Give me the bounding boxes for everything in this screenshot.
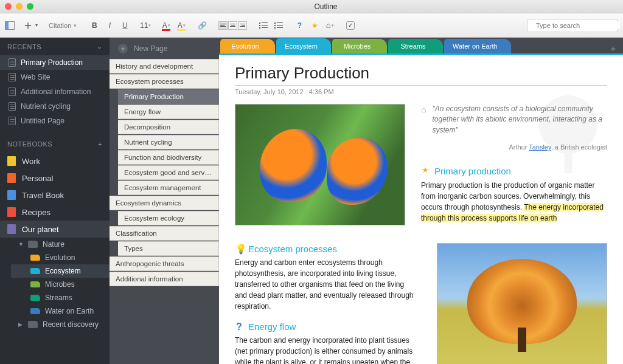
section-tab[interactable]: Microbes — [332, 39, 387, 53]
notebooks-header[interactable]: NOTEBOOKS + — [0, 136, 110, 153]
star-tag-icon: ★ — [421, 165, 430, 176]
section-title[interactable]: Energy flow — [248, 321, 296, 332]
bold-button[interactable]: B — [90, 21, 99, 30]
recent-page-item[interactable]: Primary Production — [0, 55, 110, 70]
section-tab[interactable]: Streams — [388, 39, 443, 53]
minimize-window-button[interactable] — [16, 3, 23, 10]
page-tree-item[interactable]: Classification▾ — [110, 226, 219, 241]
quote-text[interactable]: "An ecosystem consists of a biological c… — [432, 104, 607, 136]
section-tab-item[interactable]: Microbes — [11, 278, 110, 291]
section-item[interactable]: ▶Recent discovery — [11, 318, 110, 331]
page-tree-item[interactable]: Ecosystem good and services — [118, 165, 219, 180]
section-tab-item[interactable]: Evolution — [11, 251, 110, 264]
image-tree[interactable] — [437, 243, 607, 364]
page-tree-item[interactable]: History and development — [110, 59, 219, 74]
bulb-tag-icon: 💡 — [235, 243, 243, 255]
section-icon — [28, 321, 38, 328]
recent-page-item[interactable]: Additional information — [0, 84, 110, 99]
left-sidebar: RECENTS ⌄ Primary ProductionWeb SiteAddi… — [0, 38, 110, 364]
page-icon — [9, 88, 16, 96]
search-box[interactable] — [527, 19, 618, 32]
section-title[interactable]: Ecosystem processes — [248, 244, 337, 254]
align-right-button[interactable] — [238, 21, 247, 30]
style-dropdown[interactable]: Citation ▾ — [45, 22, 80, 29]
link-button[interactable]: 🔗 — [198, 21, 206, 30]
add-tab-button[interactable]: + — [603, 43, 623, 53]
notebook-swatch — [7, 156, 16, 166]
notebook-item[interactable]: Travel Book — [0, 187, 110, 204]
toolbar: ＋▾ Citation ▾ B I U 11▾ A▾ A▾ 🔗 ? ★ ⌂▾ — [0, 13, 623, 38]
image-birds[interactable] — [235, 104, 405, 225]
section-body[interactable]: The carbon and energy incorporated into … — [235, 335, 415, 364]
section-item[interactable]: ▼Nature — [11, 238, 110, 251]
section-tab-item[interactable]: Water on Earth — [11, 304, 110, 318]
align-center-button[interactable] — [228, 21, 237, 30]
numbered-list-button[interactable] — [274, 22, 283, 29]
author-link[interactable]: Tansley — [529, 143, 551, 151]
section-tab[interactable]: Ecosystem — [276, 39, 331, 53]
font-color-button[interactable]: A▾ — [162, 21, 170, 30]
font-size-dropdown[interactable]: 11▾ — [141, 21, 150, 30]
add-button[interactable]: ＋▾ — [22, 17, 38, 33]
section-tab-item[interactable]: Streams — [11, 291, 110, 304]
notebook-item[interactable]: Recipes — [0, 204, 110, 221]
page-tree: + New Page History and developmentEcosys… — [110, 38, 219, 364]
view-mode-button[interactable] — [5, 21, 15, 30]
notebook-item[interactable]: Our planet — [0, 221, 110, 238]
section-tab[interactable]: Water on Earth — [444, 39, 511, 53]
italic-button[interactable]: I — [105, 21, 114, 30]
page-title[interactable]: Primary Production — [235, 64, 607, 86]
highlight-color-button[interactable]: A▾ — [177, 21, 186, 30]
page-tree-item[interactable]: Ecosystem dynamics▾ — [110, 196, 219, 210]
add-notebook-icon[interactable]: + — [98, 140, 102, 148]
bullet-list-button[interactable] — [259, 22, 268, 29]
section-tab-item[interactable]: Ecosystem — [11, 264, 110, 278]
page-date: Tuesday, July 10, 2012 4:36 PM — [235, 88, 607, 95]
section-body[interactable]: Energy and carbon enter ecosystems throu… — [235, 257, 415, 312]
section-title[interactable]: Primary production — [434, 165, 511, 177]
titlebar: Outline — [0, 0, 623, 13]
search-input[interactable] — [536, 22, 620, 29]
page-tree-item[interactable]: Types — [118, 241, 219, 256]
todo-checkbox-button[interactable] — [346, 21, 355, 30]
star-tag-button[interactable]: ★ — [310, 21, 319, 30]
chevron-down-icon: ⌄ — [97, 43, 103, 50]
page-tree-item[interactable]: Additional information — [110, 272, 219, 286]
tab-swatch — [30, 281, 40, 287]
disclosure-triangle-icon: ▶ — [18, 321, 23, 328]
page-tree-item[interactable]: Ecosystem processes▾ — [110, 74, 219, 89]
new-page-button[interactable]: + New Page — [110, 39, 219, 58]
page-icon — [9, 102, 16, 111]
tab-swatch — [30, 308, 40, 314]
notebook-item[interactable]: Work — [0, 153, 110, 170]
window-title: Outline — [33, 2, 618, 11]
help-tag-button[interactable]: ? — [295, 21, 304, 30]
tab-swatch — [30, 255, 40, 261]
section-tab[interactable]: Evolution — [220, 39, 275, 53]
main-content: EvolutionEcosystemMicrobesStreamsWater o… — [219, 38, 623, 364]
page-tree-item[interactable]: Ecosystem ecology — [118, 211, 219, 225]
page-tree-item[interactable]: Decomposition — [118, 120, 219, 134]
recent-page-item[interactable]: Web Site — [0, 70, 110, 84]
align-left-button[interactable] — [218, 21, 228, 30]
section-tabs: EvolutionEcosystemMicrobesStreamsWater o… — [219, 38, 623, 53]
page-tree-item[interactable]: Function and biodiversity — [118, 150, 219, 165]
page-tree-item[interactable]: Energy flow — [118, 105, 219, 119]
page-tree-item[interactable]: Nutrient cycling — [118, 135, 219, 149]
page-tree-item[interactable]: Anthropogenic threats — [110, 256, 219, 271]
maximize-window-button[interactable] — [27, 3, 33, 10]
tab-swatch — [30, 295, 40, 301]
align-buttons — [218, 21, 247, 30]
page-tree-item[interactable]: Ecosystem management — [118, 180, 219, 195]
recent-page-item[interactable]: Nutrient cycling — [0, 99, 110, 114]
section-body[interactable]: Primary production is the production of … — [421, 180, 607, 224]
recents-header[interactable]: RECENTS ⌄ — [0, 38, 110, 55]
page-canvas[interactable]: Primary Production Tuesday, July 10, 201… — [219, 53, 623, 364]
question-tag-icon: ? — [235, 321, 243, 332]
recent-page-item[interactable]: Untitled Page — [0, 114, 110, 128]
underline-button[interactable]: U — [120, 21, 129, 30]
close-window-button[interactable] — [5, 3, 12, 10]
page-tree-item[interactable]: Primary Production — [118, 89, 219, 104]
notebook-item[interactable]: Personal — [0, 170, 110, 187]
home-tag-button[interactable]: ⌂▾ — [325, 21, 334, 30]
